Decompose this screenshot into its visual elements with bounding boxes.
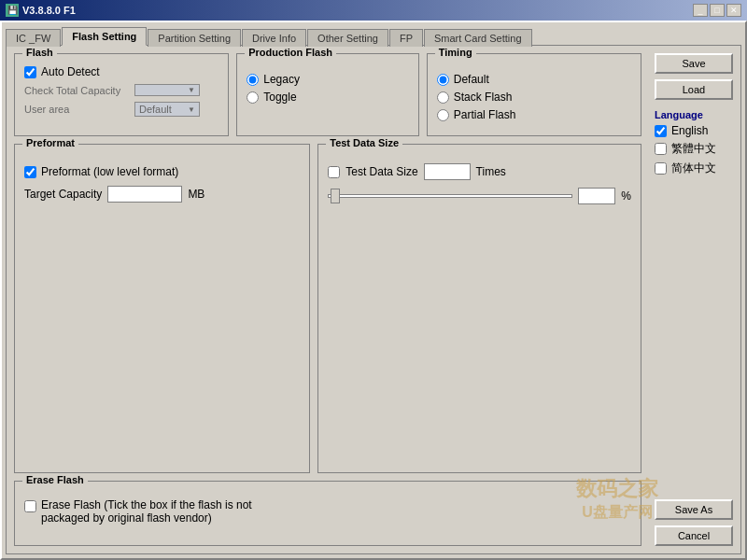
auto-detect-label: Auto Detect — [41, 65, 100, 78]
stack-flash-label: Stack Flash — [454, 91, 513, 104]
test-data-check-label: Test Data Size — [345, 165, 417, 178]
trad-chinese-row: 繁體中文 — [655, 141, 733, 157]
legacy-label: Legacy — [263, 73, 300, 86]
legacy-radio[interactable] — [247, 74, 259, 86]
test-data-group: Test Data Size Test Data Size Times — [317, 144, 641, 473]
toggle-radio-row: Toggle — [247, 91, 409, 104]
erase-flash-title: Erase Flash — [22, 474, 88, 485]
app-icon: 💾 — [6, 4, 19, 17]
target-cap-row: Target Capacity MB — [24, 186, 300, 203]
tab-fp[interactable]: FP — [389, 29, 423, 47]
preformat-inner: Preformat (low level format) Target Capa… — [24, 156, 300, 203]
check-total-cap-label: Check Total Capacity — [24, 85, 127, 96]
english-label: English — [671, 124, 708, 137]
tab-smart-card[interactable]: Smart Card Setting — [424, 29, 532, 47]
content-area: Flash Auto Detect Check Total Capacity ▼ — [6, 45, 741, 554]
minimize-button[interactable]: _ — [693, 4, 708, 17]
save-as-button[interactable]: Save As — [655, 499, 733, 520]
preformat-title: Preformat — [22, 137, 78, 148]
erase-flash-check-row: Erase Flash (Tick the box if the flash i… — [24, 498, 631, 525]
toggle-radio[interactable] — [247, 91, 259, 104]
simp-chinese-label: 简体中文 — [671, 161, 716, 176]
right-panel: Save Load Language English 繁體中文 简体中文 Sav — [649, 53, 733, 546]
user-area-row: User area Default ▼ — [24, 102, 218, 117]
tab-ic-fw[interactable]: IC _FW — [6, 29, 61, 47]
simp-chinese-checkbox[interactable] — [655, 162, 667, 175]
check-total-cap-row: Check Total Capacity ▼ — [24, 84, 218, 96]
default-label: Default — [454, 73, 489, 86]
maximize-button[interactable]: □ — [710, 4, 725, 17]
timing-group: Timing Default Stack Flash Partial Fl — [427, 53, 641, 136]
partial-flash-label: Partial Flash — [454, 108, 516, 121]
main-window: IC _FW Flash Setting Partition Setting D… — [0, 21, 747, 560]
test-data-checkbox[interactable] — [328, 166, 340, 178]
user-area-dropdown[interactable]: Default ▼ — [134, 102, 200, 117]
preformat-group: Preformat Preformat (low level format) T… — [14, 144, 310, 473]
preformat-check-row: Preformat (low level format) — [24, 165, 300, 178]
auto-detect-row: Auto Detect — [24, 65, 218, 78]
slider-row: % — [328, 188, 631, 204]
erase-flash-checkbox[interactable] — [24, 500, 36, 512]
production-flash-title: Production Flash — [245, 47, 336, 58]
load-button[interactable]: Load — [655, 79, 733, 100]
partial-flash-radio[interactable] — [437, 109, 449, 121]
user-area-label: User area — [24, 104, 127, 115]
erase-flash-text: Erase Flash (Tick the box if the flash i… — [41, 498, 252, 525]
times-label: Times — [476, 165, 506, 178]
flash-group: Flash Auto Detect Check Total Capacity ▼ — [14, 53, 229, 136]
trad-chinese-label: 繁體中文 — [671, 141, 716, 157]
tab-flash-setting[interactable]: Flash Setting — [62, 27, 147, 46]
tab-drive-info[interactable]: Drive Info — [242, 29, 306, 47]
production-flash-group: Production Flash Legacy Toggle — [236, 53, 419, 136]
percent-label: % — [621, 189, 631, 203]
english-checkbox[interactable] — [655, 125, 667, 137]
erase-flash-group: Erase Flash Erase Flash (Tick the box if… — [14, 481, 641, 546]
title-text: V3.8.8.0 F1 — [22, 5, 76, 16]
english-row: English — [655, 124, 733, 137]
window-controls: _ □ ✕ — [693, 4, 741, 17]
default-radio[interactable] — [437, 74, 449, 86]
user-area-value: Default — [139, 104, 172, 115]
target-cap-label: Target Capacity — [24, 188, 102, 201]
slider-thumb[interactable] — [331, 189, 340, 203]
bottom-row: Preformat Preformat (low level format) T… — [14, 144, 641, 473]
simp-chinese-row: 简体中文 — [655, 161, 733, 176]
test-data-times-input[interactable] — [424, 163, 471, 180]
tab-partition-setting[interactable]: Partition Setting — [148, 29, 241, 47]
language-label: Language — [655, 109, 733, 120]
flash-group-title: Flash — [22, 47, 57, 58]
test-data-check-row: Test Data Size Times — [328, 163, 631, 180]
user-area-arrow-icon: ▼ — [188, 105, 195, 114]
tab-other-setting[interactable]: Other Setting — [307, 29, 388, 47]
language-section: Language English 繁體中文 简体中文 — [655, 109, 733, 180]
tab-bar: IC _FW Flash Setting Partition Setting D… — [2, 22, 745, 45]
auto-detect-checkbox[interactable] — [24, 66, 36, 78]
default-radio-row: Default — [437, 73, 631, 86]
flash-content: Auto Detect Check Total Capacity ▼ User … — [24, 65, 218, 117]
erase-flash-label2: packaged by original flash vendor) — [41, 511, 252, 525]
cancel-button[interactable]: Cancel — [655, 525, 733, 546]
close-button[interactable]: ✕ — [726, 4, 741, 17]
preformat-checkbox[interactable] — [24, 166, 36, 178]
stack-flash-radio-row: Stack Flash — [437, 91, 631, 104]
timing-title: Timing — [435, 47, 476, 58]
erase-flash-label1: Erase Flash (Tick the box if the flash i… — [41, 498, 252, 511]
slider-track[interactable] — [328, 194, 572, 198]
target-cap-input[interactable] — [107, 186, 182, 203]
stack-flash-radio[interactable] — [437, 91, 449, 104]
partial-flash-radio-row: Partial Flash — [437, 108, 631, 121]
title-bar: 💾 V3.8.8.0 F1 _ □ ✕ — [0, 0, 747, 21]
toggle-label: Toggle — [263, 91, 296, 104]
trad-chinese-checkbox[interactable] — [655, 143, 667, 155]
top-row: Flash Auto Detect Check Total Capacity ▼ — [14, 53, 641, 136]
percent-input[interactable] — [578, 188, 615, 204]
target-cap-unit: MB — [188, 188, 204, 201]
save-button[interactable]: Save — [655, 53, 733, 74]
preformat-check-label: Preformat (low level format) — [41, 165, 178, 178]
test-data-title: Test Data Size — [326, 137, 402, 148]
check-total-cap-dropdown[interactable]: ▼ — [134, 84, 200, 96]
legacy-radio-row: Legacy — [247, 73, 409, 86]
dropdown-arrow-icon: ▼ — [188, 86, 195, 94]
main-left-panel: Flash Auto Detect Check Total Capacity ▼ — [14, 53, 641, 546]
